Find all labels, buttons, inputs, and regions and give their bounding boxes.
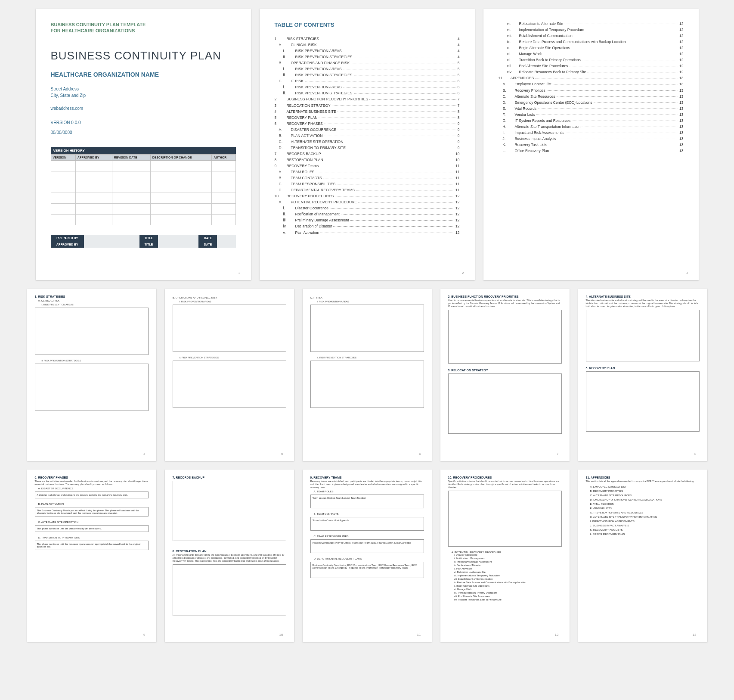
- toc-entry: I.Impact and Risk Assessments13: [499, 131, 684, 135]
- toc-entry: B.OPERATIONS AND FINANCE RISK5: [275, 61, 460, 65]
- section-title: 4. ALTERNATE BUSINESS SITE: [586, 295, 700, 298]
- list-item: xiii. End Alternate Site Procedures: [454, 595, 562, 597]
- page-number: 6: [419, 452, 421, 456]
- content-box: [310, 305, 424, 352]
- content-box: [448, 373, 562, 434]
- toc-entry: viii.Establishment of Communication12: [499, 34, 684, 38]
- toc-entry: G.IT System Reports and Resources13: [499, 118, 684, 123]
- content-box: This phase continues until the business …: [35, 541, 149, 550]
- list-item: I. IMPACT AND RISK ASSESSMENTS: [590, 520, 700, 523]
- toc-entry: xiii.End Alternate Site Procedures12: [499, 64, 684, 68]
- toc-entry: A.TEAM ROLES11: [275, 170, 460, 174]
- toc-entry: C.IT RISK6: [275, 79, 460, 84]
- toc-entry: v.Plan Activation12: [275, 230, 460, 235]
- list-item: A. EMPLOYEE CONTACT LIST: [590, 485, 700, 488]
- toc-entry: ix.Restore Data Process and Communicatio…: [499, 40, 684, 44]
- toc-entry: ii.RISK PREVENTION STRATEGIES5: [275, 73, 460, 78]
- toc-entry: i.Disaster Occurrence12: [275, 206, 460, 211]
- section-title: 7. RECORDS BACKUP: [173, 476, 286, 479]
- section-desc: These are the activities most needed for…: [35, 480, 149, 486]
- page-number: 3: [686, 271, 688, 275]
- toc-entry: 8.RESTORATION PLAN10: [275, 158, 460, 162]
- document-title: BUSINESS CONTINUITY PLAN: [51, 49, 236, 62]
- appendix-list: A. EMPLOYEE CONTACT LISTB. RECOVERY PRIO…: [586, 485, 700, 535]
- section-sub: B. PLAN ACTIVATION: [38, 503, 149, 505]
- section-sub: C. ALTERNATE SITE OPERATION: [38, 521, 149, 523]
- content-box: A disaster is declared, and decisions ar…: [35, 492, 149, 498]
- toc-entry: 7.RECORDS BACKUP10: [275, 152, 460, 156]
- list-item: ii. Notification of Management: [454, 557, 562, 560]
- section-sub: A. CLINICAL RISK: [38, 299, 149, 302]
- page-3-toc: vi.Relocation to Alternate Site12vii.Imp…: [483, 9, 699, 280]
- toc-entry: ii.RISK PREVENTION STRATEGIES6: [275, 91, 460, 96]
- section-title: 6. RECOVERY PHASES: [35, 476, 149, 479]
- toc-entry: iii.Preliminary Damage Assessment12: [275, 218, 460, 223]
- toc-entry: vi.Relocation to Alternate Site12: [499, 22, 684, 26]
- section-subsub: ii. RISK PREVENTION STRATEGIES: [42, 359, 149, 362]
- section-desc: Specific activities or tasks that should…: [448, 480, 562, 489]
- section-title: 5. RECOVERY PLAN: [586, 367, 700, 370]
- page-number: 13: [693, 633, 697, 637]
- section-desc: This section lists all the appendixes ne…: [586, 480, 700, 483]
- toc-entry: xii.Transition Back to Primary Operation…: [499, 58, 684, 62]
- section-title: 1. RISK STRATEGIES: [35, 295, 149, 298]
- version-history-title: VERSION HISTORY: [51, 147, 236, 154]
- toc-list: vi.Relocation to Alternate Site12vii.Imp…: [499, 22, 684, 153]
- toc-entry: A.CLINICAL RISK4: [275, 43, 460, 47]
- content-box: This phase continues until the primary f…: [35, 525, 149, 532]
- toc-entry: K.Recovery Task Lists13: [499, 143, 684, 147]
- list-item: L. OFFICE RECOVERY PLAN: [590, 533, 700, 535]
- content-box: [586, 371, 700, 432]
- toc-entry: 4.ALTERNATE BUSINESS SITE8: [275, 109, 460, 114]
- section-sub: A. DISASTER OCCURRENCE: [38, 487, 149, 490]
- section-title: 10. RECOVERY PROCEDURES: [448, 476, 562, 479]
- list-item: ix. Restore Data Process and Communicati…: [454, 581, 562, 584]
- section-sub: D. TRANSITION TO PRIMARY SITE: [38, 536, 149, 539]
- page-7: 2. BUSINESS FUNCTION RECOVERY PRIORITIES…: [440, 289, 570, 461]
- page-11: 9. RECOVERY TEAMS Recovery teams are est…: [303, 470, 432, 642]
- content-box: [448, 310, 562, 364]
- section-desc: The alternate business site and relocati…: [586, 299, 700, 308]
- toc-entry: 1.RISK STRATEGIES4: [275, 37, 460, 41]
- section-subsub: ii. RISK PREVENTION STRATEGIES: [317, 356, 424, 359]
- section-title: 2. BUSINESS FUNCTION RECOVERY PRIORITIES: [448, 295, 562, 298]
- content-box: [310, 361, 424, 408]
- toc-entry: ii.Notification of Management12: [275, 212, 460, 217]
- section-desc: Used to recover essential business opera…: [448, 299, 562, 308]
- content-box: [173, 564, 286, 616]
- procedure-list: i. Disaster Occurrenceii. Notification o…: [448, 554, 562, 601]
- template-header: BUSINESS CONTINUITY PLAN TEMPLATEFOR HEA…: [51, 22, 236, 34]
- list-item: iv. Declaration of Disaster: [454, 564, 562, 566]
- version-history-table: VERSIONAPPROVED BYREVISION DATEDESCRIPTI…: [51, 154, 236, 225]
- section-subsub: i. RISK PREVENTION AREAS: [180, 300, 286, 303]
- list-item: E. VITAL RECORDS: [590, 503, 700, 505]
- toc-entry: D.TRANSITION TO PRIMARY SITE9: [275, 146, 460, 150]
- page-number: 4: [143, 452, 145, 456]
- section-sub: C. TEAM RESPONSIBILITIES: [314, 535, 424, 538]
- page-8: 4. ALTERNATE BUSINESS SITE The alternate…: [578, 289, 707, 461]
- page-2-toc: TABLE OF CONTENTS 1.RISK STRATEGIES4A.CL…: [260, 9, 475, 280]
- toc-entry: B.TEAM CONTACTS11: [275, 176, 460, 180]
- list-item: viii. Establishment of Communication: [454, 578, 562, 580]
- page-number: 12: [555, 633, 559, 637]
- page-12: 10. RECOVERY PROCEDURES Specific activit…: [440, 470, 570, 642]
- toc-entry: x.Begin Alternate Site Operations12: [499, 46, 684, 50]
- page-5: B. OPERATIONS AND FINANCE RISK i. RISK P…: [165, 289, 294, 461]
- content-box: [35, 308, 149, 355]
- list-item: C. ALTERNATE SITE RESOURCES: [590, 494, 700, 497]
- page-number: 2: [462, 271, 464, 275]
- toc-entry: D.Emergency Operations Center (EOC) Loca…: [499, 100, 684, 105]
- page-number: 9: [143, 633, 145, 637]
- section-title: 11. APPENDICES: [586, 476, 700, 479]
- toc-entry: 9.RECOVERY Teams11: [275, 164, 460, 168]
- content-box: Stored in the Contact List Appendix: [310, 517, 424, 531]
- section-sub: D. DEPARTMENTAL RECOVERY TEAMS: [314, 557, 424, 560]
- list-item: x. Begin Alternate Site Operations: [454, 585, 562, 587]
- section-subsub: ii. RISK PREVENTION STRATEGIES: [180, 356, 286, 359]
- page-10: 7. RECORDS BACKUP 8. RESTORATION PLAN Al…: [165, 470, 294, 642]
- toc-entry: iv.Declaration of Disaster12: [275, 224, 460, 229]
- section-sub: A. TEAM ROLES: [314, 490, 424, 493]
- page-number: 8: [694, 452, 696, 456]
- page-number: 5: [281, 452, 283, 456]
- toc-entry: E.Vital Records13: [499, 106, 684, 111]
